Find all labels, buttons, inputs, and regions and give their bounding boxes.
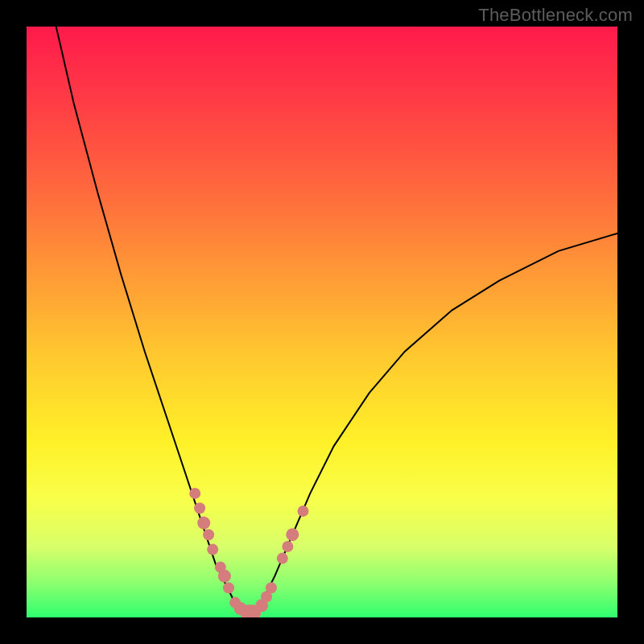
data-dot <box>298 506 309 517</box>
data-dot <box>223 582 234 593</box>
data-dot <box>207 544 218 555</box>
data-dots <box>189 488 308 617</box>
data-dot <box>194 502 205 514</box>
plot-area <box>27 27 617 617</box>
bottleneck-curve <box>56 27 617 614</box>
data-dot <box>197 517 210 530</box>
data-dot <box>218 570 231 583</box>
data-dot <box>282 541 293 552</box>
chart-svg <box>27 27 617 617</box>
watermark-text: TheBottleneck.com <box>478 5 633 26</box>
chart-frame: TheBottleneck.com <box>0 0 644 644</box>
data-dot <box>286 528 299 541</box>
data-dot <box>189 488 200 499</box>
data-dot <box>266 582 277 593</box>
data-dot <box>203 529 214 540</box>
data-dot <box>277 553 288 564</box>
